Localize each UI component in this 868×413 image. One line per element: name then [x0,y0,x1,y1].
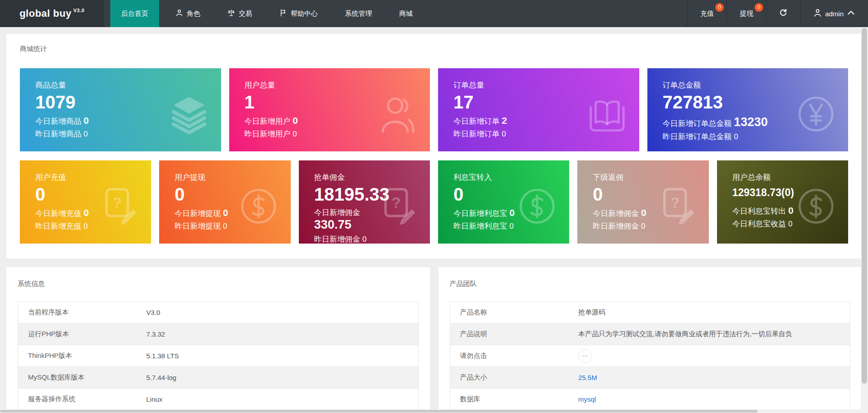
navbar-right: 充值 0 提现 0 admin [687,0,868,27]
stat-card: 订单总金额727813今日新增订单总金额 13230昨日新增订单总金额 0 [647,68,849,151]
user-menu[interactable]: admin [800,0,868,27]
person-icon [813,9,822,19]
card-value: 17 [453,91,585,113]
menu-item-1[interactable]: 后台首页 [110,0,159,27]
system-info-panel: 系统信息 当前程序版本V3.0运行PHP版本7.3.32ThinkPHP版本5.… [6,267,430,413]
book-icon [586,93,628,135]
row-label: 产品说明 [450,324,568,345]
stat-card: 订单总量17今日新增订单 2昨日新增订单 0 [438,68,639,151]
svg-text:?: ? [670,194,680,211]
row-label: 数据库 [450,389,568,410]
withdraw-nav-item[interactable]: 提现 0 [726,0,766,27]
card-line-yesterday: 今日利息宝收益 0 [732,219,794,229]
recharge-nav-item[interactable]: 充值 0 [687,0,726,27]
row-value: 抢单源码 [578,308,605,316]
card-title: 用户总量 [245,80,376,90]
page-content: 商城统计 商品总量1079今日新增商品 0昨日新增商品 0用户总量1今日新增用户… [6,34,862,413]
card-title: 下级返佣 [593,172,654,183]
stat-card: 商品总量1079今日新增商品 0昨日新增商品 0 [20,68,221,151]
stat-cards-row-2: 用户充值0今日新增充值 0昨日新增充值 0?用户提现0今日新增提现 0昨日新增提… [20,160,848,244]
table-row: 请勿点击404 [450,345,850,367]
card-value: 1 [245,91,376,113]
refresh-icon [779,9,788,19]
card-value: 727813 [663,91,794,113]
table-row: 服务器操作系统Linux [18,389,419,410]
chevron-up-icon [847,9,855,19]
row-label: 运行PHP版本 [18,324,137,345]
card-line-yesterday: 昨日新增佣金 0 [314,234,376,244]
card-value: 0 [175,183,236,205]
row-label: MySQL数据库版本 [18,367,137,389]
product-team-title: 产品团队 [450,280,851,289]
bottom-panels: 系统信息 当前程序版本V3.0运行PHP版本7.3.32ThinkPHP版本5.… [6,267,862,413]
dollar-coin-icon [795,185,837,227]
card-value: 129318.73(0) [732,183,794,202]
card-line-today: 今日新增佣金 0 [593,207,654,219]
card-title: 订单总金额 [663,80,794,90]
vertical-scrollbar-thumb[interactable] [862,28,867,384]
dollar-coin-icon [516,185,558,227]
row-label: 服务器操作系统 [18,389,137,410]
layers-icon [168,93,210,135]
card-value: 1079 [35,91,167,113]
card-value: 0 [453,183,515,205]
question-doc-icon: ? [656,185,698,227]
card-title: 抢单佣金 [314,172,376,183]
main-menu: 后台首页角色交易帮助中心系统管理商城 [110,0,426,27]
card-title: 订单总量 [453,80,585,90]
system-info-table: 当前程序版本V3.0运行PHP版本7.3.32ThinkPHP版本5.1.38 … [18,301,419,410]
value-link[interactable]: 25.5M [578,374,597,381]
row-label: 产品名称 [450,302,568,324]
menu-item-6[interactable]: 商城 [388,0,424,27]
menu-item-4[interactable]: 帮助中心 [269,0,329,27]
horizontal-scrollbar[interactable] [0,409,861,413]
card-line-today: 今日利息宝转出 0 [732,205,794,216]
card-line-today: 今日新增商品 0 [35,115,167,127]
row-label: 产品大小 [450,367,568,389]
stat-card: 抢单佣金18195.33今日新增佣金 330.75昨日新增佣金 0? [299,160,430,244]
card-line-yesterday: 昨日新增订单 0 [453,129,585,139]
product-team-panel: 产品团队 产品名称抢单源码产品说明本产品只为学习测试交流,请勿要做商业或者用于违… [439,267,862,413]
card-title: 用户总余额 [732,172,794,183]
refresh-button[interactable] [766,0,800,27]
vertical-scrollbar[interactable] [861,27,868,409]
menu-item-3[interactable]: 交易 [217,0,263,27]
row-label: 当前程序版本 [18,302,137,324]
app-logo[interactable]: global buy V3.0 [0,0,104,27]
card-line-yesterday: 昨日新增充值 0 [35,221,97,231]
withdraw-label: 提现 [740,9,753,18]
stat-card: 用户充值0今日新增充值 0昨日新增充值 0? [20,160,151,244]
card-line-today: 今日新增订单 2 [453,115,585,127]
stat-card: 用户总余额129318.73(0)今日利息宝转出 0今日利息宝收益 0 [717,160,848,244]
row-value: V3.0 [146,309,160,316]
menu-item-2[interactable]: 角色 [165,0,211,27]
horizontal-scrollbar-thumb[interactable] [0,410,758,413]
card-title: 利息宝转入 [453,172,515,183]
stat-card: 利息宝转入0今日新增利息宝 0昨日新增利息宝 0 [438,160,569,244]
card-line-today: 今日新增充值 0 [35,207,97,219]
row-value: 5.7.44-log [146,374,177,381]
scrollbar-corner [861,409,868,413]
card-line-today: 今日新增佣金 330.75 [314,207,376,232]
404-badge: 404 [578,349,592,363]
card-line-today: 今日新增订单总金额 13230 [663,115,794,129]
system-info-title: 系统信息 [18,280,419,289]
card-value: 0 [35,183,97,205]
stat-card: 下级返佣0今日新增佣金 0昨日新增佣金 0? [577,160,708,244]
table-row: MySQL数据库版本5.7.44-log [18,367,419,389]
card-title: 用户充值 [35,172,97,183]
row-value: 7.3.32 [146,330,165,338]
card-line-yesterday: 昨日新增提现 0 [175,221,236,231]
card-line-today: 今日新增利息宝 0 [453,207,515,219]
menu-item-5[interactable]: 系统管理 [334,0,383,27]
card-line-today: 今日新增提现 0 [175,207,236,219]
product-team-table: 产品名称抢单源码产品说明本产品只为学习测试交流,请勿要做商业或者用于违法行为,一… [450,301,851,410]
card-line-today: 今日新增用户 0 [245,115,376,127]
table-row: 产品说明本产品只为学习测试交流,请勿要做商业或者用于违法行为,一切后果自负 [450,324,850,345]
value-link[interactable]: mysql [578,395,596,403]
table-row: 产品大小25.5M [450,367,850,389]
row-value: 本产品只为学习测试交流,请勿要做商业或者用于违法行为,一切后果自负 [578,330,792,338]
card-line-yesterday: 昨日新增利息宝 0 [453,221,515,231]
withdraw-badge: 0 [755,3,763,12]
username: admin [825,10,844,18]
